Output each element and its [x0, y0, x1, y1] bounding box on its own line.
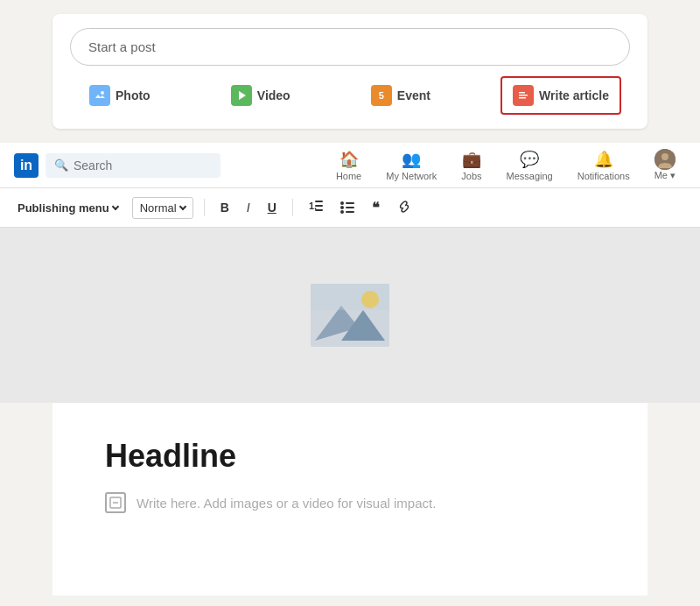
- headline[interactable]: Headline: [105, 438, 595, 475]
- event-label: Event: [397, 88, 430, 102]
- notifications-icon: 🔔: [594, 150, 613, 169]
- prompt-icon: [105, 492, 126, 513]
- nav-item-home[interactable]: 🏠 Home: [326, 146, 372, 185]
- publishing-menu-label: Publishing menu: [18, 201, 109, 215]
- svg-point-1: [101, 91, 104, 95]
- video-label: Video: [257, 88, 290, 102]
- underline-button[interactable]: U: [262, 197, 282, 218]
- photo-button[interactable]: Photo: [79, 76, 161, 115]
- search-icon: 🔍: [54, 159, 68, 172]
- post-creation-card: Start a post Photo Video 5: [52, 14, 648, 129]
- normal-label: Normal: [140, 201, 177, 215]
- ordered-list-icon: 1.: [309, 199, 323, 213]
- link-button[interactable]: [392, 196, 416, 220]
- svg-rect-0: [94, 89, 106, 102]
- ordered-list-button[interactable]: 1.: [304, 195, 328, 220]
- svg-rect-19: [346, 211, 354, 213]
- navbar: in 🔍 🏠 Home 👥 My Network 💼 Jobs 💬 Messag…: [0, 143, 700, 188]
- normal-dropdown[interactable]: Normal: [132, 197, 193, 219]
- svg-point-15: [340, 206, 344, 209]
- search-input[interactable]: [74, 159, 214, 173]
- jobs-label: Jobs: [461, 171, 481, 181]
- nav-item-notifications[interactable]: 🔔 Notifications: [567, 146, 640, 185]
- write-article-label: Write article: [539, 88, 609, 102]
- start-post-button[interactable]: Start a post: [70, 28, 630, 66]
- write-prompt-text: Write here. Add images or a video for vi…: [136, 496, 436, 511]
- image-placeholder: [311, 284, 389, 347]
- content-area: Headline Write here. Add images or a vid…: [52, 403, 648, 595]
- messaging-icon: 💬: [520, 150, 539, 169]
- event-icon: 5: [371, 85, 392, 106]
- avatar: [654, 149, 676, 170]
- svg-rect-13: [315, 209, 323, 211]
- nav-item-jobs[interactable]: 💼 Jobs: [451, 146, 492, 185]
- nav-item-messaging[interactable]: 💬 Messaging: [496, 146, 564, 185]
- normal-chevron: [178, 203, 186, 210]
- editor-toolbar: Publishing menu Normal B I U 1. ❝: [0, 188, 700, 228]
- publishing-menu-button[interactable]: Publishing menu: [10, 198, 125, 218]
- svg-rect-17: [346, 202, 354, 204]
- me-label: Me ▾: [654, 170, 676, 181]
- action-buttons-row: Photo Video 5 Event: [70, 76, 630, 115]
- svg-rect-11: [315, 201, 323, 202]
- svg-rect-7: [519, 97, 526, 99]
- photo-icon: [89, 85, 110, 106]
- messaging-label: Messaging: [507, 171, 553, 181]
- bold-button[interactable]: B: [215, 197, 234, 218]
- svg-rect-5: [519, 92, 525, 94]
- svg-point-16: [340, 210, 344, 214]
- jobs-icon: 💼: [462, 150, 481, 169]
- search-bar[interactable]: 🔍: [46, 153, 220, 178]
- video-icon: [231, 85, 252, 106]
- unordered-list-button[interactable]: [335, 196, 360, 220]
- my-network-label: My Network: [386, 171, 437, 181]
- svg-rect-18: [346, 207, 354, 208]
- linkedin-logo: in: [14, 153, 38, 178]
- home-label: Home: [336, 171, 361, 181]
- photo-label: Photo: [116, 88, 150, 102]
- my-network-icon: 👥: [402, 150, 421, 169]
- svg-rect-6: [519, 95, 528, 96]
- write-article-icon: [513, 85, 534, 106]
- nav-item-me[interactable]: Me ▾: [644, 145, 686, 185]
- quote-button[interactable]: ❝: [367, 196, 385, 220]
- link-icon: [397, 200, 411, 214]
- svg-point-9: [662, 153, 668, 160]
- italic-button[interactable]: I: [242, 197, 256, 218]
- svg-rect-25: [311, 284, 389, 310]
- toolbar-divider-1: [204, 199, 205, 216]
- event-button[interactable]: 5 Event: [360, 76, 441, 115]
- unordered-list-icon: [340, 200, 354, 214]
- video-button[interactable]: Video: [220, 76, 301, 115]
- cover-image-area[interactable]: [0, 228, 700, 403]
- publishing-menu-chevron: [111, 203, 118, 210]
- toolbar-divider-2: [292, 199, 293, 216]
- home-icon: 🏠: [340, 150, 359, 169]
- nav-item-my-network[interactable]: 👥 My Network: [375, 146, 447, 185]
- notifications-label: Notifications: [578, 171, 630, 181]
- nav-items: 🏠 Home 👥 My Network 💼 Jobs 💬 Messaging 🔔…: [326, 145, 686, 185]
- editor-area: Headline Write here. Add images or a vid…: [0, 228, 700, 595]
- write-article-button[interactable]: Write article: [500, 76, 621, 115]
- start-post-text: Start a post: [88, 39, 156, 54]
- svg-rect-12: [315, 205, 323, 207]
- svg-point-14: [340, 201, 344, 205]
- write-prompt-area[interactable]: Write here. Add images or a video for vi…: [105, 492, 595, 513]
